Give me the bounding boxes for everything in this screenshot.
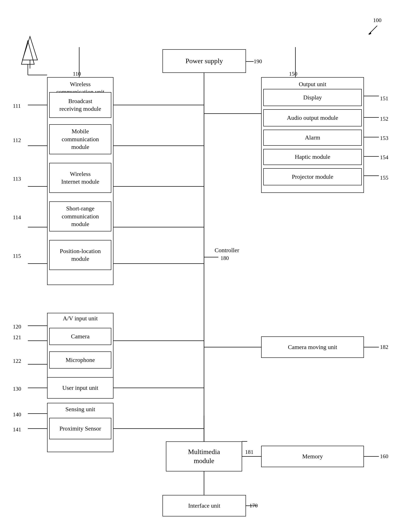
mobile-comm-module-box: Mobilecommunicationmodule [49,124,111,154]
ref-111: 111 [13,103,21,109]
ref-152: 152 [380,116,388,122]
ref-190: 190 [254,58,262,65]
ref-154: 154 [380,154,388,161]
ref-140: 140 [13,411,21,418]
ref-122: 122 [13,358,21,364]
sensing-unit-label: Sensing unit [47,405,113,413]
ref-160: 160 [380,453,388,460]
ref-121: 121 [13,334,21,341]
ref-120: 120 [13,324,21,330]
ref-110: 110 [73,71,81,77]
ref-141: 141 [13,426,21,433]
power-supply-box: Power supply [163,49,246,73]
display-box: Display [263,89,362,106]
ref-112: 112 [13,137,21,144]
position-location-module-box: Position-locationmodule [49,240,111,270]
alarm-box: Alarm [263,130,362,146]
multimedia-module-box: Multimediamodule [166,442,242,472]
broadcast-receiving-module-box: Broadcastreceiving module [49,92,111,118]
ref-153: 153 [380,135,388,141]
short-range-comm-module-box: Short-rangecommunicationmodule [49,201,111,232]
memory-box: Memory [261,446,364,467]
camera-moving-unit-box: Camera moving unit [261,336,364,358]
av-input-outer-box [47,313,113,379]
ref-155: 155 [380,175,388,181]
proximity-sensor-box: Proximity Sensor [49,418,111,439]
ref-181: 181 [245,449,254,455]
projector-module-box: Projector module [263,168,362,185]
ref-182: 182 [380,344,388,350]
wireless-internet-module-box: WirelessInternet module [49,163,111,193]
ref-150: 150 [289,71,297,77]
ref-170: 170 [249,503,258,509]
ref-114: 114 [13,214,21,221]
ref-180: 180 [220,255,229,261]
ref-113: 113 [13,176,21,182]
av-input-unit-label: A/V input unit [47,315,113,322]
antenna-icon [17,34,43,69]
svg-marker-45 [22,36,38,60]
interface-unit-box: Interface unit [163,495,246,516]
ref-151: 151 [380,95,388,102]
haptic-module-box: Haptic module [263,149,362,165]
ref-115: 115 [13,253,21,259]
user-input-unit-box: User input unit [47,377,113,399]
output-unit-label: Output unit [261,80,364,88]
ref-100-arrow [367,23,379,36]
audio-output-module-box: Audio output module [263,109,362,126]
microphone-box: Microphone [49,351,111,369]
camera-box: Camera [49,328,111,345]
svg-marker-44 [369,32,371,35]
diagram: 100 Power supply 190 Wirelesscommunicati… [0,0,420,519]
controller-label: Controller [205,247,248,254]
ref-100: 100 [373,17,382,23]
ref-130: 130 [13,386,21,392]
